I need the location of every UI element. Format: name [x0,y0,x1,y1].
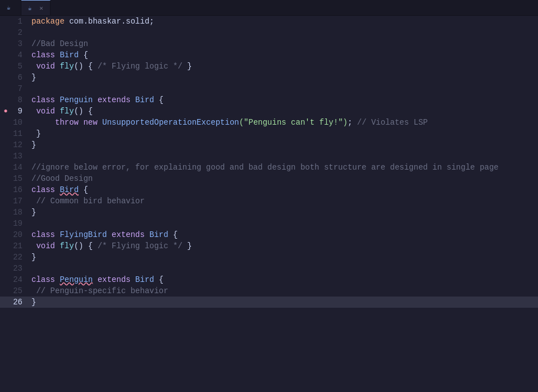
code-line-content: class Bird { [27,184,538,195]
code-line-content: } [27,207,538,218]
line-number: 4 [11,49,27,61]
code-line-content [27,218,538,229]
token-plain: } [31,298,36,307]
line-number: 17 [11,195,27,207]
table-row: 5 void fly() { /* Flying logic */ } [0,61,538,72]
token-plain: } [31,73,36,82]
code-line-content: package com.bhaskar.solid; [27,16,538,27]
token-kw: void [36,62,55,71]
table-row: 25 // Penguin-specific behavior [0,285,538,297]
token-plain: { [154,275,163,284]
token-kw: extends [98,275,131,284]
token-plain [145,230,149,239]
java-icon-active: ☕ [28,4,32,12]
token-kw: class [31,51,55,60]
token-plain [93,95,97,104]
table-row: 2 [0,27,538,38]
token-plain: com.bhaskar.solid; [65,17,154,26]
token-plain [98,118,102,127]
table-row: 22} [0,252,538,263]
line-number: 26 [11,297,27,308]
code-line-content: } [27,128,538,139]
token-cls: FlyingBird [60,230,107,239]
token-cls: Bird [135,275,154,284]
token-str: ("Penguins can't fly!") [239,118,348,127]
token-plain: () { [74,241,98,250]
table-row: 21 void fly() { /* Flying logic */ } [0,240,538,252]
token-kw: class [31,275,55,284]
table-row: 15//Good Design [0,173,538,184]
tab-package-info[interactable]: ☕ [0,0,21,15]
token-cls: Penguin [60,275,93,284]
code-line-content: void fly() { /* Flying logic */ } [27,61,538,72]
token-kw: class [31,95,55,104]
table-row: 26} [0,297,538,308]
token-plain [130,275,135,284]
code-line-content: // Penguin-specific behavior [27,285,538,297]
token-comment: //ignore below error, for explaining goo… [31,163,499,172]
token-plain: ; [348,118,357,127]
code-line-content: } [27,139,538,151]
table-row: 20class FlyingBird extends Bird { [0,229,538,240]
table-row: 3//Bad Design [0,38,538,49]
line-number: 15 [11,173,27,184]
code-line-content: } [27,252,538,263]
token-cls: Bird [60,51,79,60]
token-comment: /* Flying logic */ [98,241,183,250]
line-number: 21 [11,240,27,252]
token-method: fly [60,62,74,71]
breakpoint-gutter: ● [0,106,11,117]
code-line-content: class FlyingBird extends Bird { [27,229,538,240]
token-cls: Bird [135,95,154,104]
table-row: 4class Bird { [0,49,538,61]
table-row: 24class Penguin extends Bird { [0,274,538,285]
table-row: 1package com.bhaskar.solid; [0,16,538,27]
line-number: 6 [11,72,27,83]
line-number: 12 [11,139,27,151]
code-line-content: throw new UnsupportedOperationException(… [27,117,538,128]
code-editor: 1package com.bhaskar.solid;2 3//Bad Desi… [0,16,538,392]
code-line-content [27,27,538,38]
token-comment: // Violates LSP [357,118,428,127]
table-row: 23 [0,263,538,274]
token-kw: new [83,118,97,127]
token-comment: // Penguin-specific behavior [36,286,168,295]
tab-fly-java[interactable]: ☕ ✕ [21,0,51,15]
line-number: 23 [11,263,27,274]
token-cls: Bird [149,230,168,239]
line-number: 8 [11,94,27,106]
token-plain: { [79,185,88,194]
line-number: 7 [11,83,27,94]
code-line-content: //Bad Design [27,38,538,49]
code-line-content [27,83,538,94]
table-row: 19 [0,218,538,229]
line-number: 14 [11,162,27,173]
code-line-content: //ignore below error, for explaining goo… [27,162,538,173]
token-method: fly [60,241,74,250]
tab-close-button[interactable]: ✕ [39,4,43,12]
line-number: 2 [11,27,27,38]
code-line-content: class Penguin extends Bird { [27,274,538,285]
table-row: 10 throw new UnsupportedOperationExcepti… [0,117,538,128]
token-plain: } [183,241,192,250]
table-row: 11 } [0,128,538,139]
table-row: 7 [0,83,538,94]
token-kw: class [31,230,55,239]
token-kw: throw [55,118,79,127]
editor-area: 1package com.bhaskar.solid;2 3//Bad Desi… [0,16,538,392]
token-plain: } [183,62,192,71]
token-comment: /* Flying logic */ [98,62,183,71]
token-comment: //Bad Design [31,39,88,48]
token-comment: // Common bird behavior [36,197,144,206]
code-line-content: void fly() { /* Flying logic */ } [27,240,538,252]
token-kw: void [36,107,55,116]
code-line-content: //Good Design [27,173,538,184]
title-bar: ☕ ☕ ✕ [0,0,538,16]
table-row: 8class Penguin extends Bird { [0,94,538,106]
line-number: 10 [11,117,27,128]
code-line-content: // Common bird behavior [27,195,538,207]
line-number: 22 [11,252,27,263]
line-number: 13 [11,151,27,162]
java-icon: ☕ [7,4,11,11]
line-number: 19 [11,218,27,229]
